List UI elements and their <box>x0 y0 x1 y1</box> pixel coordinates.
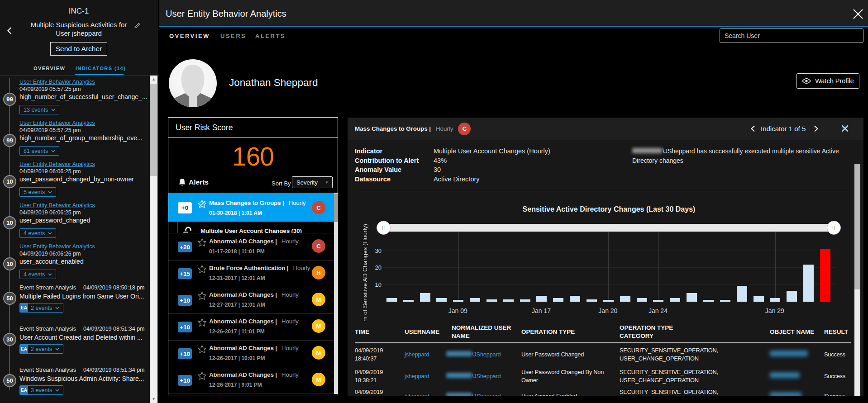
indicator-source-link[interactable]: User Entity Behavior Analytics <box>19 120 95 126</box>
search-user-input[interactable] <box>720 28 863 43</box>
alert-row[interactable]: +10Abnormal AD Changes |Hourly12-26-2017… <box>168 341 334 367</box>
sidebar-scrollbar-thumb[interactable] <box>150 84 157 176</box>
edit-pencil-icon[interactable] <box>134 22 140 28</box>
indicator-source-link[interactable]: User Entity Behavior Analytics <box>19 79 95 85</box>
indicator-scrollbar-thumb[interactable] <box>854 164 860 289</box>
indicator-score-badge: 50 <box>3 374 16 387</box>
chart-bar <box>553 298 563 302</box>
detail-label: Contribution to Alert <box>355 156 419 166</box>
alert-row[interactable]: +10Abnormal AD Changes |Hourly12-27-2017… <box>168 287 334 314</box>
tab-users[interactable]: USERS <box>220 33 246 39</box>
sidebar-tab-overview[interactable]: OVERVIEW <box>33 66 65 71</box>
back-icon[interactable] <box>6 27 13 35</box>
alert-title: Abnormal AD Changes |Hourly <box>209 318 299 325</box>
alert-scrollbar-thumb[interactable] <box>334 194 338 222</box>
bell-icon <box>178 178 186 187</box>
slider-handle-left[interactable]: || <box>377 221 391 235</box>
events-dropdown-button[interactable]: EA2 events <box>19 344 63 354</box>
sort-by-label: Sort By <box>272 180 291 187</box>
indicator-source-link[interactable]: User Entity Behavior Analytics <box>19 243 95 250</box>
star-icon[interactable] <box>197 291 207 301</box>
send-to-archer-button[interactable]: Send to Archer <box>50 42 107 56</box>
dismiss-indicator-icon[interactable] <box>842 125 848 132</box>
cell-result: Success <box>824 372 845 380</box>
star-icon[interactable] <box>197 238 207 247</box>
pager-prev-icon[interactable] <box>750 125 756 132</box>
watch-profile-button[interactable]: Watch Profile <box>796 73 859 89</box>
sort-select-value: Severity <box>296 179 318 186</box>
events-dropdown-button[interactable]: 5 events <box>19 187 56 197</box>
star-icon[interactable] <box>197 265 207 274</box>
alert-list-scrollbar[interactable] <box>334 193 338 394</box>
indicator-score-badge: 10 <box>3 216 16 229</box>
alert-row[interactable]: +15Brute Force Authentication |Hourly12-… <box>168 261 334 287</box>
star-icon[interactable] <box>197 345 207 354</box>
events-dropdown-button[interactable]: EA2 events <box>19 303 63 313</box>
star-icon[interactable] <box>197 371 207 381</box>
indicator-datetime: 04/09/2019 08:50:18 pm <box>83 284 145 291</box>
ad-changes-chart: Sensitive Active Directory Changes (Last… <box>348 194 863 322</box>
indicator-score-badge: 10 <box>3 175 16 188</box>
alert-title: Mass Changes to Groups |Hourly <box>209 199 305 206</box>
cell-username: jsheppard <box>405 351 429 359</box>
events-dropdown-button[interactable]: EA3 events <box>19 385 63 395</box>
alert-date: 12-26-2017 | 10:01 PM <box>209 355 265 361</box>
close-icon[interactable] <box>852 8 864 20</box>
scroll-up-icon[interactable]: ▲ <box>150 76 157 83</box>
chart-bar <box>386 298 397 302</box>
chart-bar <box>587 299 597 302</box>
cell-operation-type: User Password Changed By Non <box>521 368 604 376</box>
alert-sub-indicator-row[interactable]: 43%Multiple User Account Changes (30) <box>168 222 334 233</box>
alert-row[interactable]: +0Mass Changes to Groups |Hourly01-30-20… <box>168 193 334 222</box>
events-dropdown-button[interactable]: 4 events <box>19 270 56 279</box>
redacted-domain <box>446 393 472 396</box>
alert-row[interactable]: +10Abnormal AD Changes |Hourly12-26-2017… <box>168 367 334 394</box>
events-dropdown-button[interactable]: 13 events <box>19 105 59 114</box>
alert-score-chip: +10 <box>178 322 192 332</box>
cell-time2: 18:38:21 <box>355 376 377 384</box>
chart-bar <box>653 300 663 302</box>
detail-value: Active Directory <box>434 175 550 184</box>
star-icon[interactable] <box>197 318 207 327</box>
scroll-down-icon[interactable]: ▼ <box>150 395 157 403</box>
indicator-source: Event Stream Analysis <box>19 326 76 332</box>
alert-row[interactable]: +20Abnormal AD Changes |Hourly01-17-2018… <box>168 234 334 261</box>
star-slash-icon[interactable] <box>197 199 207 209</box>
header-accent-line <box>159 26 868 27</box>
alert-title-text: Abnormal AD Changes | <box>209 371 277 378</box>
events-count-label: 3 events <box>31 387 52 394</box>
cell-operation-category: SECURITY_SENSITIVE_OPERATION, <box>620 388 718 396</box>
tab-overview[interactable]: OVERVIEW <box>169 33 210 39</box>
chart-bar <box>770 298 780 302</box>
alert-list: +0Mass Changes to Groups |Hourly01-30-20… <box>168 193 338 394</box>
indicator-source-link[interactable]: User Entity Behavior Analytics <box>19 161 95 167</box>
slider-handle-right[interactable]: || <box>827 221 841 235</box>
pager-next-icon[interactable] <box>813 125 819 132</box>
indicator-source-link[interactable]: User Entity Behavior Analytics <box>19 202 95 209</box>
sort-select[interactable]: Severity ▼ <box>292 176 333 188</box>
chevron-down-icon <box>51 150 55 152</box>
indicator-list-item: 10User Entity Behavior Analytics04/09/20… <box>0 204 150 245</box>
events-count-label: 2 events <box>31 305 52 311</box>
table-row[interactable]: 04/09/201918:40:37jsheppard\JSheppardUse… <box>348 345 863 366</box>
alert-title-text: Abnormal AD Changes | <box>209 318 277 325</box>
alert-date: 01-30-2018 | 1:01 AM <box>209 210 262 216</box>
alert-row[interactable]: +10Abnormal AD Changes |Hourly12-26-2017… <box>168 314 334 341</box>
table-row[interactable]: 04/09/201918:38:21jsheppard\JSheppardUse… <box>348 366 863 388</box>
cell-object-name <box>770 372 800 380</box>
events-dropdown-button[interactable]: 81 events <box>19 146 59 156</box>
avatar <box>168 59 217 108</box>
events-dropdown-button[interactable]: 4 events <box>19 228 56 238</box>
indicator-name: Multiple Failed Logins from Same User Or… <box>19 293 148 300</box>
chart-title: Sensitive Active Directory Changes (Last… <box>384 205 834 213</box>
time-range-slider-track[interactable] <box>384 224 834 232</box>
sidebar-tab-indicators[interactable]: INDICATORS (14) <box>76 66 126 71</box>
detail-value: Multiple User Account Changes (Hourly) <box>434 147 550 156</box>
tab-alerts[interactable]: ALERTS <box>255 33 286 39</box>
sidebar-scrollbar[interactable]: ▲ ▼ <box>150 76 157 403</box>
indicator-panel-scrollbar[interactable] <box>854 164 860 396</box>
chart-bar <box>603 300 614 302</box>
alert-severity-badge: M <box>312 293 325 306</box>
table-row[interactable]: 04/09/2019jsheppard\JSheppardUser Accoun… <box>348 386 863 396</box>
chevron-down-icon <box>48 273 52 276</box>
